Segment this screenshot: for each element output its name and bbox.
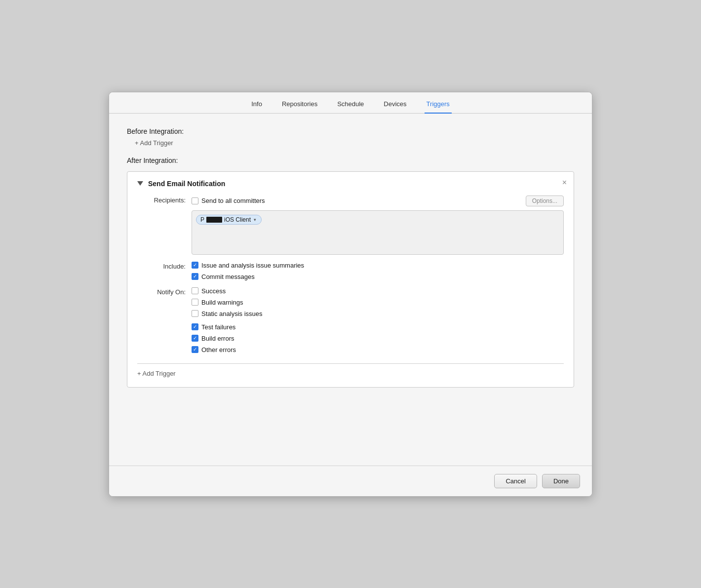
issue-summaries-wrap: Issue and analysis issue summaries [192,262,564,269]
commit-messages-label: Commit messages [201,273,255,280]
tab-info[interactable]: Info [249,97,264,114]
build-errors-checkbox[interactable] [192,335,198,342]
issue-summaries-label: Issue and analysis issue summaries [201,262,304,269]
other-errors-label: Other errors [201,346,236,353]
commit-messages-wrap: Commit messages [192,273,564,280]
include-controls: Issue and analysis issue summaries Commi… [192,262,564,280]
recipients-controls: Send to all committers Options... P iOS … [192,196,564,255]
success-checkbox[interactable] [192,287,198,294]
notify-on-label: Notify On: [137,287,192,296]
build-warnings-checkbox[interactable] [192,299,198,306]
test-failures-checkbox[interactable] [192,323,198,330]
tab-bar: Info Repositories Schedule Devices Trigg… [109,92,592,114]
static-analysis-wrap: Static analysis issues [192,310,564,317]
tab-schedule[interactable]: Schedule [335,97,366,114]
recipients-box[interactable]: P iOS Client ▾ [192,210,564,255]
trigger-header: Send Email Notification [137,180,564,188]
trigger-title: Send Email Notification [148,180,225,188]
commit-messages-checkbox[interactable] [192,273,198,280]
success-wrap: Success [192,287,564,295]
recipients-label: Recipients: [137,196,192,204]
after-integration-label: After Integration: [127,157,574,164]
build-errors-wrap: Build errors [192,335,564,342]
notify-unchecked-group: Success Build warnings Static analysis i… [192,287,564,317]
add-trigger-before-button[interactable]: + Add Trigger [135,139,173,147]
footer: Cancel Done [109,466,592,496]
options-button[interactable]: Options... [526,196,564,206]
add-trigger-bottom-button[interactable]: + Add Trigger [137,370,176,377]
build-warnings-wrap: Build warnings [192,299,564,306]
include-label: Include: [137,262,192,270]
close-trigger-button[interactable]: × [562,179,567,187]
recipients-row: Recipients: Send to all committers Optio… [137,196,564,255]
divider [137,363,564,364]
main-window: Info Repositories Schedule Devices Trigg… [109,92,592,497]
tab-triggers[interactable]: Triggers [425,97,452,114]
tab-devices[interactable]: Devices [382,97,408,114]
cancel-button[interactable]: Cancel [494,474,537,488]
static-analysis-label: Static analysis issues [201,310,263,317]
include-row: Include: Issue and analysis issue summar… [137,262,564,280]
build-warnings-label: Build warnings [201,299,243,306]
issue-summaries-checkbox[interactable] [192,262,198,269]
recipient-tag-p: P [200,216,204,223]
notify-on-row: Notify On: Success Build warnings [137,287,564,355]
done-button[interactable]: Done [542,474,580,488]
build-errors-label: Build errors [201,335,234,342]
tab-repositories[interactable]: Repositories [280,97,319,114]
content-area: Before Integration: + Add Trigger After … [109,114,592,466]
send-to-all-checkbox[interactable] [192,197,198,204]
recipient-tag-name: iOS Client [224,216,251,223]
notify-checked-group: Test failures Build errors Other errors [192,323,564,353]
other-errors-checkbox[interactable] [192,346,198,353]
send-to-all-wrap: Send to all committers [192,197,265,204]
recipients-top-row: Send to all committers Options... [192,196,564,206]
trigger-card: Send Email Notification × Recipients: Se… [127,171,574,388]
before-integration-label: Before Integration: [127,127,574,135]
recipient-tag[interactable]: P iOS Client ▾ [196,215,262,225]
test-failures-label: Test failures [201,323,235,331]
send-to-all-label: Send to all committers [201,197,265,204]
collapse-triangle-icon[interactable] [137,181,143,186]
recipient-redacted [206,217,222,223]
success-label: Success [201,287,226,295]
other-errors-wrap: Other errors [192,346,564,353]
static-analysis-checkbox[interactable] [192,310,198,317]
notify-controls: Success Build warnings Static analysis i… [192,287,564,355]
test-failures-wrap: Test failures [192,323,564,331]
recipient-tag-chevron-icon: ▾ [254,217,256,222]
